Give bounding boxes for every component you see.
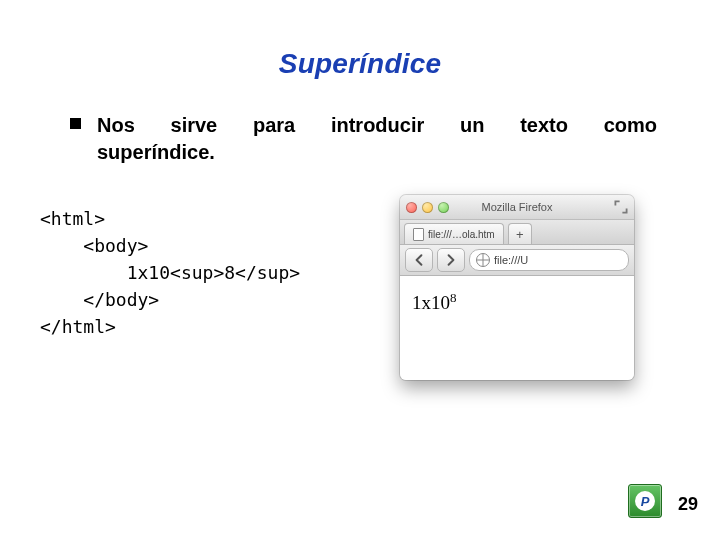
page-number: 29 bbox=[678, 494, 698, 515]
tab-strip: file:///…ola.htm + bbox=[400, 220, 634, 245]
page-viewport: 1x108 bbox=[400, 276, 634, 380]
close-icon[interactable] bbox=[406, 202, 417, 213]
code-line: </html> bbox=[40, 316, 116, 337]
nav-toolbar: file:///U bbox=[400, 245, 634, 276]
rendered-text-exponent: 8 bbox=[450, 290, 457, 305]
file-icon bbox=[413, 228, 424, 241]
browser-titlebar: Mozilla Firefox bbox=[400, 195, 634, 220]
tab-label: file:///…ola.htm bbox=[428, 229, 495, 240]
code-line: 1x10<sup>8</sup> bbox=[40, 262, 300, 283]
expand-icon[interactable] bbox=[614, 200, 628, 214]
url-bar[interactable]: file:///U bbox=[469, 249, 629, 271]
back-button[interactable] bbox=[405, 248, 433, 272]
window-title: Mozilla Firefox bbox=[400, 201, 634, 213]
bullet-marker-icon bbox=[70, 118, 81, 129]
tab-active[interactable]: file:///…ola.htm bbox=[404, 223, 504, 244]
url-text: file:///U bbox=[494, 254, 528, 266]
bullet-line-2: superíndice. bbox=[97, 139, 657, 166]
rendered-text-base: 1x10 bbox=[412, 292, 450, 313]
maximize-icon[interactable] bbox=[438, 202, 449, 213]
code-line: <body> bbox=[40, 235, 148, 256]
bullet-line-1: Nos sirve para introducir un texto como bbox=[97, 112, 657, 139]
bullet-text: Nos sirve para introducir un texto como … bbox=[97, 112, 657, 166]
globe-icon bbox=[476, 253, 490, 267]
bullet-block: Nos sirve para introducir un texto como … bbox=[70, 112, 670, 166]
forward-button[interactable] bbox=[437, 248, 465, 272]
code-snippet: <html> <body> 1x10<sup>8</sup> </body> <… bbox=[40, 205, 360, 340]
minimize-icon[interactable] bbox=[422, 202, 433, 213]
footer-logo-letter: P bbox=[635, 491, 655, 511]
footer-logo-icon: P bbox=[628, 484, 662, 518]
new-tab-button[interactable]: + bbox=[508, 223, 532, 244]
code-line: </body> bbox=[40, 289, 159, 310]
code-line: <html> bbox=[40, 208, 105, 229]
browser-window: Mozilla Firefox file:///…ola.htm + file:… bbox=[400, 195, 634, 380]
slide-title: Superíndice bbox=[0, 48, 720, 80]
